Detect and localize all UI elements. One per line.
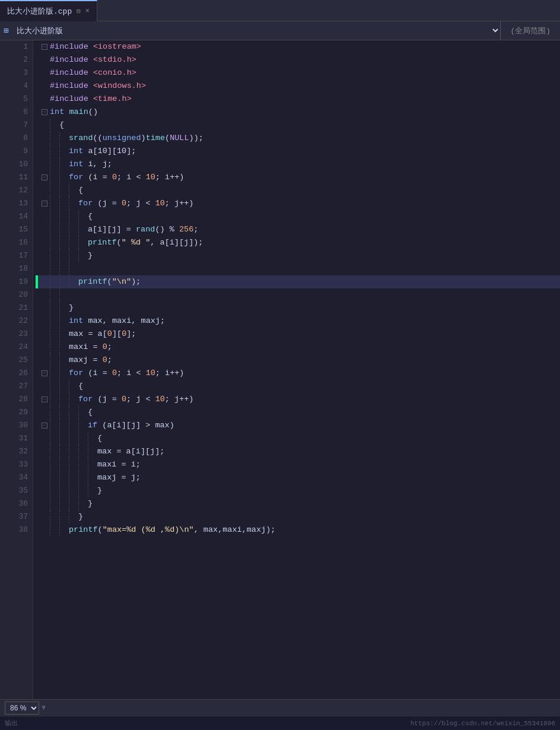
indent-guides — [50, 119, 59, 132]
line-number: 29 — [5, 406, 28, 419]
function-selector[interactable]: 比大小进阶版 — [12, 21, 500, 40]
token: int — [69, 316, 83, 325]
token: ; — [107, 342, 112, 351]
fold-indicator[interactable]: − — [39, 109, 50, 115]
table-row: srand((unsigned)time(NULL)); — [36, 132, 560, 145]
indent-guide — [50, 328, 59, 341]
fold-box[interactable]: − — [42, 109, 47, 115]
token: ″ %d ″ — [122, 238, 151, 247]
code-text: int max, maxi, maxj; — [69, 315, 560, 328]
line-number: 18 — [5, 262, 28, 275]
token — [88, 55, 93, 64]
fold-indicator[interactable]: − — [39, 370, 50, 376]
indent-guide — [50, 315, 59, 328]
indent-guide — [69, 458, 78, 471]
table-row: } — [36, 497, 560, 510]
indent-guide — [59, 249, 69, 262]
table-row: −int main() — [36, 106, 560, 119]
token: ; i++) — [155, 369, 184, 377]
token: { — [78, 186, 83, 195]
line-number: 38 — [5, 523, 28, 537]
line-number: 22 — [5, 315, 28, 328]
indent-guide — [50, 471, 59, 484]
token: { — [78, 382, 83, 391]
fold-box[interactable]: − — [42, 44, 47, 50]
indent-guide — [88, 432, 97, 445]
code-text: printf(″ %d ″, a[i][j]); — [88, 236, 560, 249]
token: 0 — [103, 356, 107, 364]
code-area[interactable]: −#include <iostream>#include <stdio.h>#i… — [33, 40, 560, 699]
code-text: maxj = 0; — [69, 354, 560, 367]
indent-guide — [59, 523, 69, 537]
line-number: 11 — [5, 171, 28, 184]
line-number: 28 — [5, 393, 28, 406]
token: (i = — [83, 173, 112, 182]
fold-box[interactable]: − — [42, 423, 47, 429]
fold-indicator[interactable]: − — [39, 423, 50, 429]
token: a[i][j] = — [88, 225, 136, 234]
table-row: { — [36, 184, 560, 197]
token: { — [97, 434, 102, 443]
bottom-bar: 输出 https://blog.csdn.net/weixin_55341896 — [0, 716, 560, 730]
code-text: } — [97, 484, 560, 497]
indent-guide — [59, 497, 69, 510]
token: printf — [88, 238, 117, 247]
indent-guide — [59, 223, 69, 236]
indent-guide — [50, 458, 59, 471]
code-text: } — [69, 301, 560, 315]
indent-guides — [50, 132, 69, 145]
table-row: } — [36, 484, 560, 497]
zoom-selector[interactable]: 86 % — [5, 702, 39, 715]
token: (( — [93, 134, 103, 142]
indent-guide — [69, 445, 78, 458]
indent-guide — [59, 354, 69, 367]
table-row: { — [36, 119, 560, 132]
indent-guide — [50, 432, 59, 445]
token: maxj = j; — [97, 473, 141, 482]
tab-pin-icon[interactable]: ⊟ — [77, 7, 81, 15]
indent-guide — [59, 145, 69, 158]
indent-guides — [50, 158, 69, 171]
code-text: #include <conio.h> — [50, 66, 560, 80]
fold-box[interactable]: − — [42, 370, 47, 376]
token — [88, 94, 93, 103]
fold-box[interactable]: − — [42, 396, 47, 402]
table-row: −if (a[i][j] > max) — [36, 419, 560, 432]
indent-guide — [69, 432, 78, 445]
token: 0 — [107, 329, 112, 338]
code-text: printf(″max=%d (%d ,%d)\n″, max,maxi,max… — [69, 523, 560, 537]
line-number: 27 — [5, 380, 28, 393]
indent-guides — [50, 471, 97, 484]
url-label: https://blog.csdn.net/weixin_55341896 — [411, 720, 555, 727]
fold-indicator[interactable]: − — [39, 44, 50, 50]
indent-guide — [50, 171, 59, 184]
code-text: for (j = 0; j < 10; j++) — [78, 197, 560, 210]
indent-guide — [50, 119, 59, 132]
indent-guide — [59, 158, 69, 171]
indent-guide — [50, 301, 59, 315]
indent-guide — [50, 367, 59, 380]
function-icon: ⊞ — [0, 26, 12, 36]
fold-box[interactable]: − — [42, 174, 47, 180]
line-number: 9 — [5, 145, 28, 158]
scope-label: (全局范围) — [501, 26, 560, 36]
indent-guide — [50, 393, 59, 406]
token: 0 — [122, 395, 126, 404]
indent-guide — [69, 393, 78, 406]
fold-box[interactable]: − — [42, 201, 47, 207]
line-number: 16 — [5, 236, 28, 249]
code-text: { — [88, 406, 560, 419]
editor-tab[interactable]: 比大小进阶版.cpp ⊟ × — [0, 0, 97, 21]
token: } — [97, 486, 102, 495]
fold-indicator[interactable]: − — [39, 174, 50, 180]
fold-indicator[interactable]: − — [39, 396, 50, 402]
indent-guides — [50, 328, 69, 341]
tab-label: 比大小进阶版.cpp — [7, 6, 72, 17]
token: ; j < — [126, 395, 155, 404]
indent-guide — [59, 380, 69, 393]
line-number: 36 — [5, 497, 28, 510]
table-row: } — [36, 510, 560, 523]
token: , max,maxi,maxj); — [194, 525, 276, 534]
tab-close-icon[interactable]: × — [85, 7, 90, 15]
fold-indicator[interactable]: − — [39, 201, 50, 207]
